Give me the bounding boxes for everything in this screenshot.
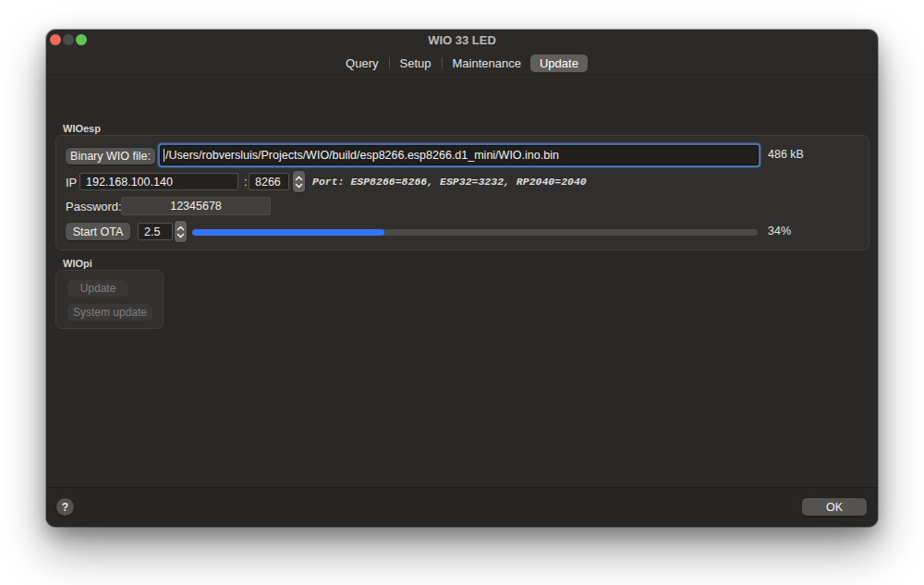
binary-file-path-value: /Users/robversluis/Projects/WIO/build/es… [164, 149, 559, 162]
progress-fill [192, 229, 384, 236]
tab-setup[interactable]: Setup [391, 55, 441, 72]
progress-percent-label: 34% [768, 225, 791, 238]
ip-port-separator: : [244, 175, 248, 189]
app-window: WIO 33 LED Query Setup Maintenance Updat… [46, 30, 878, 527]
ip-address-input[interactable]: 192.168.100.140 [79, 173, 238, 190]
ip-label: IP [66, 176, 77, 189]
wiopi-update-button[interactable]: Update [67, 280, 128, 297]
password-label: Password: [66, 200, 122, 213]
wioesp-group-label: WIOesp [63, 123, 101, 134]
password-input[interactable]: 12345678 [121, 197, 271, 215]
start-ota-button[interactable]: Start OTA [66, 223, 130, 240]
chevron-up-icon [176, 225, 185, 231]
wiopi-group-box: Update System update [55, 270, 164, 329]
tab-separator [389, 57, 390, 69]
wiopi-system-update-button[interactable]: System update [67, 304, 152, 321]
ok-button[interactable]: OK [802, 498, 867, 516]
wioesp-group-box: Binary WIO file: /Users/robversluis/Proj… [55, 135, 869, 250]
timeout-input[interactable]: 2.5 [138, 223, 173, 240]
tab-maintenance[interactable]: Maintenance [444, 55, 530, 72]
tab-bar: Query Setup Maintenance Update [46, 52, 878, 74]
tab-update[interactable]: Update [530, 55, 588, 72]
content-area: WIOesp Binary WIO file: /Users/robverslu… [46, 74, 878, 487]
chevron-down-icon [295, 183, 303, 189]
help-button[interactable]: ? [56, 498, 74, 516]
port-input[interactable]: 8266 [249, 173, 289, 190]
binary-file-path-input[interactable]: /Users/robversluis/Projects/WIO/build/es… [160, 145, 759, 165]
footer-bar: ? OK [46, 487, 878, 527]
wiopi-group-label: WIOpi [63, 258, 92, 269]
chevron-down-icon [176, 233, 185, 238]
ota-progress-bar [192, 229, 758, 236]
port-hint-label: Port: ESP8266=8266, ESP32=3232, RP2040=2… [312, 176, 587, 188]
tab-query[interactable]: Query [336, 55, 387, 72]
window-title: WIO 33 LED [46, 30, 878, 51]
title-bar: WIO 33 LED [46, 30, 878, 51]
tab-separator [442, 57, 443, 69]
port-stepper[interactable] [293, 171, 305, 192]
timeout-stepper[interactable] [175, 221, 187, 242]
chevron-up-icon [295, 176, 303, 181]
binary-wio-file-button[interactable]: Binary WIO file: [66, 148, 155, 165]
file-size-label: 486 kB [768, 148, 804, 161]
